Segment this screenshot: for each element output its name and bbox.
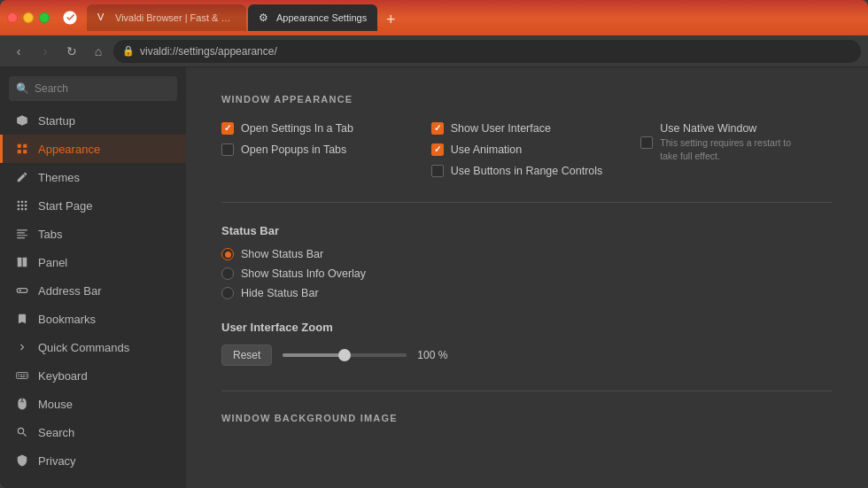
svg-rect-10 <box>20 374 22 375</box>
tab-vivaldi[interactable]: V Vivaldi Browser | Fast & Flexi <box>87 4 246 31</box>
sidebar-item-appearance[interactable]: Appearance <box>0 135 186 163</box>
privacy-icon <box>15 453 29 468</box>
window-appearance-title: WINDOW APPEARANCE <box>221 94 833 105</box>
window-background-title: WINDOW BACKGROUND IMAGE <box>221 413 833 423</box>
checkbox-item-show-ui[interactable]: Show User Interface <box>431 122 624 135</box>
sidebar-item-start-page[interactable]: Start Page <box>0 191 186 220</box>
checkbox-label-use-animation: Use Animation <box>451 143 523 156</box>
sidebar-label-tabs: Tabs <box>38 228 62 241</box>
reload-button[interactable]: ↻ <box>60 40 83 63</box>
radio-hide-status-bar[interactable] <box>221 287 234 299</box>
sidebar-search-input[interactable] <box>35 82 170 95</box>
window-appearance-grid: Open Settings In a Tab Open Popups in Ta… <box>221 122 833 177</box>
sidebar-item-mouse[interactable]: Mouse <box>0 390 186 418</box>
forward-button[interactable]: › <box>34 40 57 63</box>
svg-rect-9 <box>18 374 19 375</box>
sidebar-label-appearance: Appearance <box>38 143 100 156</box>
sidebar-search-container: 🔍 <box>9 76 177 101</box>
svg-rect-8 <box>17 373 28 379</box>
divider-2 <box>221 391 833 391</box>
checkbox-label-show-ui: Show User Interface <box>451 122 551 135</box>
sidebar-item-tabs[interactable]: Tabs <box>0 220 186 248</box>
radio-show-status-bar[interactable] <box>221 248 234 260</box>
sidebar-label-privacy: Privacy <box>38 454 76 468</box>
checkboxes-col1: Open Settings In a Tab Open Popups in Ta… <box>221 122 414 177</box>
traffic-lights <box>7 12 50 23</box>
checkbox-label-use-buttons: Use Buttons in Range Controls <box>451 165 603 177</box>
home-button[interactable]: ⌂ <box>87 40 110 63</box>
close-button[interactable] <box>7 12 18 23</box>
new-tab-button[interactable]: + <box>379 8 402 31</box>
zoom-slider-track <box>283 353 407 357</box>
checkboxes-col2: Show User Interface Use Animation Use Bu… <box>431 122 624 177</box>
sidebar-item-bookmarks[interactable]: Bookmarks <box>0 305 186 333</box>
radio-item-show-status-bar[interactable]: Show Status Bar <box>221 248 833 260</box>
sidebar-item-startup[interactable]: Startup <box>0 106 186 135</box>
tab-settings[interactable]: ⚙ Appearance Settings <box>248 4 377 31</box>
main-layout: 🔍 Startup Appearance Themes <box>0 67 868 488</box>
zoom-controls: Reset 100 % <box>221 345 833 366</box>
checkbox-native-window[interactable] <box>640 136 653 149</box>
svg-rect-13 <box>18 376 19 377</box>
sidebar-item-panel[interactable]: Panel <box>0 248 186 276</box>
sidebar-item-keyboard[interactable]: Keyboard <box>0 361 186 390</box>
tab-bar: V Vivaldi Browser | Fast & Flexi ⚙ Appea… <box>87 4 861 31</box>
checkbox-item-open-popups[interactable]: Open Popups in Tabs <box>221 143 414 156</box>
checkbox-label-open-popups: Open Popups in Tabs <box>241 143 346 156</box>
zoom-slider-thumb[interactable] <box>338 349 351 361</box>
sidebar-item-quick-commands[interactable]: Quick Commands <box>0 333 186 361</box>
sidebar-label-address-bar: Address Bar <box>38 284 102 298</box>
checkbox-use-animation[interactable] <box>431 143 444 156</box>
radio-label-hide-status-bar: Hide Status Bar <box>241 287 319 299</box>
bookmarks-icon <box>15 312 29 326</box>
sidebar: 🔍 Startup Appearance Themes <box>0 67 186 488</box>
address-bar[interactable]: 🔒 vivaldi://settings/appearance/ <box>113 40 861 63</box>
nav-bar: ‹ › ↻ ⌂ 🔒 vivaldi://settings/appearance/ <box>0 35 868 67</box>
back-button[interactable]: ‹ <box>7 40 30 63</box>
svg-rect-11 <box>23 374 25 375</box>
checkbox-item-open-settings[interactable]: Open Settings In a Tab <box>221 122 414 135</box>
sidebar-item-search[interactable]: Search <box>0 418 186 446</box>
checkbox-item-use-buttons[interactable]: Use Buttons in Range Controls <box>431 165 624 177</box>
radio-item-hide-status-bar[interactable]: Hide Status Bar <box>221 287 833 299</box>
svg-rect-0 <box>18 144 21 148</box>
sidebar-label-mouse: Mouse <box>38 398 73 411</box>
window-appearance-section: WINDOW APPEARANCE Open Settings In a Tab… <box>221 94 833 423</box>
address-bar-icon <box>15 283 29 298</box>
zoom-slider[interactable] <box>283 353 407 357</box>
sidebar-item-themes[interactable]: Themes <box>0 163 186 191</box>
sidebar-label-start-page: Start Page <box>38 199 92 213</box>
search-icon: 🔍 <box>16 82 29 95</box>
status-bar-title: Status Bar <box>221 224 833 237</box>
content-area: WINDOW APPEARANCE Open Settings In a Tab… <box>186 67 868 488</box>
status-bar-radio-group: Show Status Bar Show Status Info Overlay… <box>221 248 833 299</box>
svg-rect-3 <box>23 150 27 153</box>
quick-commands-icon <box>15 340 29 354</box>
appearance-icon <box>15 142 29 156</box>
checkbox-open-settings[interactable] <box>221 122 234 135</box>
zoom-reset-button[interactable]: Reset <box>221 345 272 366</box>
themes-icon <box>15 170 29 184</box>
zoom-title: User Interface Zoom <box>221 321 833 334</box>
tab-label-vivaldi: Vivaldi Browser | Fast & Flexi <box>115 12 236 23</box>
svg-rect-1 <box>23 144 27 148</box>
zoom-section: User Interface Zoom Reset 100 % <box>221 321 833 366</box>
status-bar-section: Status Bar Show Status Bar Show Status I… <box>221 224 833 299</box>
checkbox-use-buttons[interactable] <box>431 165 444 177</box>
tab-favicon-settings: ⚙ <box>259 12 271 24</box>
checkbox-show-ui[interactable] <box>431 122 444 135</box>
svg-point-7 <box>19 290 21 291</box>
minimize-button[interactable] <box>23 12 34 23</box>
checkbox-item-native-window[interactable]: Use Native Window This setting requires … <box>640 122 833 162</box>
sidebar-item-privacy[interactable]: Privacy <box>0 446 186 475</box>
zoom-value: 100 % <box>417 349 453 361</box>
svg-rect-15 <box>26 376 27 377</box>
title-bar: V Vivaldi Browser | Fast & Flexi ⚙ Appea… <box>0 0 868 35</box>
radio-show-status-info[interactable] <box>221 267 234 280</box>
checkbox-open-popups[interactable] <box>221 143 234 156</box>
maximize-button[interactable] <box>39 12 50 23</box>
sidebar-item-address-bar[interactable]: Address Bar <box>0 276 186 305</box>
checkbox-item-use-animation[interactable]: Use Animation <box>431 143 624 156</box>
radio-item-show-status-info[interactable]: Show Status Info Overlay <box>221 267 833 280</box>
native-window-group: Use Native Window This setting requires … <box>660 122 802 162</box>
